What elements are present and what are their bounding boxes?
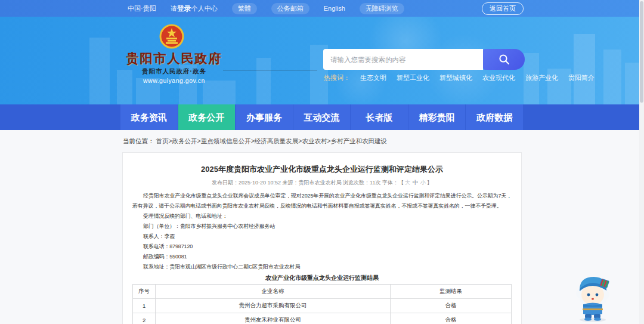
topbar-link-english[interactable]: English xyxy=(324,5,345,12)
site-subtitle: 贵阳市人民政府·政务 xyxy=(120,67,228,76)
article-body: 经贵阳市农业产业化市级重点龙头企业联席会议成员单位审定，现对2025年开展的农业… xyxy=(132,191,512,272)
article-meta: 发布日期：2025-10-20 10:52 来源：贵阳市农业农村局 浏览次数：1… xyxy=(132,178,512,187)
hot-word-agriculture[interactable]: 农业现代化 xyxy=(482,73,515,82)
skyline-building xyxy=(603,50,621,104)
header-serial: 序号 xyxy=(133,285,156,299)
topbar-inner: 中国·贵阳 请登录个人中心 繁體 公务邮箱 English 无障碍浏览 返回首页 xyxy=(120,0,524,17)
cell-serial: 1 xyxy=(133,299,156,313)
nav-tab-gov-affairs-open[interactable]: 政务公开 xyxy=(178,104,236,130)
skyline-building xyxy=(89,38,110,104)
paragraph: 经贵阳市农业产业化市级重点龙头企业联席会议成员单位审定，现对2025年开展的农业… xyxy=(132,191,512,211)
table-header-row: 序号 企业名称 监测结果 xyxy=(133,285,512,299)
font-size-small-button[interactable]: 小 xyxy=(420,180,426,186)
nav-tab-gov-data[interactable]: 政府数据 xyxy=(466,104,523,130)
hot-word-guiyang-intro[interactable]: 贵阳简介 xyxy=(568,73,595,82)
breadcrumb: 当前位置： 首页>政务公开>重点领域信息公开>经济高质量发展>农业农村>乡村产业… xyxy=(123,137,387,146)
cell-company: 贵州友禾种业有限公司 xyxy=(156,313,391,324)
search-icon xyxy=(499,54,510,65)
cell-company: 贵州合力超市采购有限公司 xyxy=(156,299,391,313)
breadcrumb-label: 当前位置： xyxy=(123,137,154,144)
table-caption: 农业产业化市级重点龙头企业运行监测结果 xyxy=(132,274,512,282)
nav-tab-interaction[interactable]: 互动交流 xyxy=(293,104,351,130)
topbar-login-link[interactable]: 请登录个人中心 xyxy=(171,4,218,14)
scrollbar-thumb[interactable] xyxy=(640,1,643,103)
paragraph: 联系地址：贵阳市观山湖区市级行政中心二期C区贵阳市农业农村局 xyxy=(132,262,512,272)
login-prefix: 请 xyxy=(171,5,177,12)
mascot-assistant[interactable] xyxy=(565,269,620,323)
font-size-large-button[interactable]: 大 xyxy=(405,180,410,186)
topbar-link-traditional-chinese[interactable]: 繁體 xyxy=(232,3,257,14)
meta-text: 发布日期：2025-10-20 10:52 来源：贵阳市农业农村局 浏览次数：1… xyxy=(212,180,404,186)
hot-search-row: 热搜词： 生态文明 新型工业化 新型城镇化 农业现代化 旅游产业化 贵阳简介 xyxy=(324,73,595,82)
decorative-line xyxy=(223,70,317,70)
main-nav: 政务资讯 政务公开 办事服务 互动交流 长者版 精彩贵阳 政府数据 xyxy=(0,104,644,130)
skyline-pagoda xyxy=(574,34,595,104)
paragraph: 受理情况反映的部门、电话和地址： xyxy=(132,211,512,221)
font-size-medium-button[interactable]: 中 xyxy=(413,180,418,186)
nav-tab-senior-version[interactable]: 长者版 xyxy=(351,104,408,130)
paragraph: 部门（单位）：贵阳市乡村振兴服务中心农村经济服务站 xyxy=(132,221,512,232)
paragraph: 联系人：李霞 xyxy=(132,232,512,242)
hot-word-industry[interactable]: 新型工业化 xyxy=(397,73,429,82)
monitor-result-table: 序号 企业名称 监测结果 1 贵州合力超市采购有限公司 合格 2 贵州友禾种业有… xyxy=(132,284,512,324)
banner: 贵阳市人民政府 贵阳市人民政府·政务 www.guiyang.gov.cn 热搜… xyxy=(0,17,644,104)
topbar: 中国·贵阳 请登录个人中心 繁體 公务邮箱 English 无障碍浏览 返回首页 xyxy=(0,0,644,17)
table-row: 1 贵州合力超市采购有限公司 合格 xyxy=(133,299,512,313)
article-title: 2025年度贵阳市农业产业化市级重点龙头企业运行监测和评定结果公示 xyxy=(132,164,512,175)
paragraph: 联系电话：87987120 xyxy=(132,242,512,252)
cell-result: 合格 xyxy=(390,313,511,324)
login-bold: 登录 xyxy=(177,4,191,13)
breadcrumb-path[interactable]: 首页>政务公开>重点领域信息公开>经济高质量发展>农业农村>乡村产业和农田建设 xyxy=(156,137,387,144)
meta-bracket-close: 】 xyxy=(427,180,432,186)
login-suffix: 个人中心 xyxy=(191,5,218,12)
header-result: 监测结果 xyxy=(390,285,511,299)
nav-tab-news[interactable]: 政务资讯 xyxy=(120,104,178,130)
site-url: www.guiyang.gov.cn xyxy=(120,77,228,84)
table-row: 2 贵州友禾种业有限公司 合格 xyxy=(133,313,512,324)
hot-word-ecology[interactable]: 生态文明 xyxy=(360,73,386,82)
nav-tab-services[interactable]: 办事服务 xyxy=(236,104,293,130)
hot-word-tourism[interactable]: 旅游产业化 xyxy=(525,73,558,82)
search-button[interactable] xyxy=(483,49,525,70)
site-title: 贵阳市人民政府 xyxy=(120,50,228,67)
header-company: 企业名称 xyxy=(156,285,391,299)
topbar-link-accessibility[interactable]: 无障碍浏览 xyxy=(360,3,404,14)
national-emblem-icon xyxy=(159,24,185,49)
hot-search-label: 热搜词： xyxy=(324,73,350,82)
paragraph: 邮政编码：550081 xyxy=(132,252,512,262)
topbar-link-official-mail[interactable]: 公务邮箱 xyxy=(271,3,309,14)
cell-result: 合格 xyxy=(390,299,511,313)
search-input[interactable] xyxy=(323,49,483,70)
cell-serial: 2 xyxy=(133,313,156,324)
back-home-button[interactable]: 返回首页 xyxy=(482,2,524,15)
article-card: 2025年度贵阳市农业产业化市级重点龙头企业运行监测和评定结果公示 发布日期：2… xyxy=(122,152,522,324)
topbar-link-china-guiyang[interactable]: 中国·贵阳 xyxy=(128,4,156,13)
hot-word-urbanization[interactable]: 新型城镇化 xyxy=(439,73,472,82)
scrollbar-track[interactable] xyxy=(639,0,644,324)
nav-tab-wonderful-guiyang[interactable]: 精彩贵阳 xyxy=(408,104,466,130)
